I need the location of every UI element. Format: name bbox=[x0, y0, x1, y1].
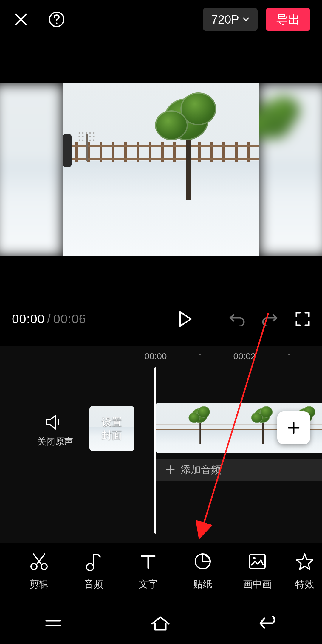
plus-icon bbox=[165, 465, 175, 475]
ruler-tick: 00:00 bbox=[144, 351, 167, 361]
text-icon bbox=[138, 551, 159, 572]
help-button[interactable] bbox=[48, 10, 66, 28]
tool-edit[interactable]: 剪辑 bbox=[15, 551, 64, 591]
timecode: 00:00/00:06 bbox=[12, 312, 86, 326]
tool-audio[interactable]: 音频 bbox=[69, 551, 118, 591]
ruler-dot bbox=[199, 354, 201, 355]
mute-audio-button[interactable]: 关闭原声 bbox=[33, 414, 78, 448]
redo-button[interactable] bbox=[262, 312, 278, 326]
add-audio-button[interactable]: 添加音频 bbox=[156, 459, 322, 481]
export-label: 导出 bbox=[276, 11, 300, 28]
playback-row: 00:00/00:06 bbox=[0, 301, 322, 337]
total-time: 00:06 bbox=[53, 312, 86, 326]
undo-button[interactable] bbox=[228, 312, 245, 326]
resolution-label: 720P bbox=[211, 13, 239, 26]
ruler-tick: 00:02 bbox=[233, 351, 256, 361]
resolution-button[interactable]: 720P bbox=[203, 8, 258, 31]
nav-home-button[interactable] bbox=[150, 615, 171, 631]
tool-pip[interactable]: 画中画 bbox=[233, 551, 282, 591]
export-button[interactable]: 导出 bbox=[266, 8, 310, 31]
speaker-icon bbox=[46, 414, 65, 431]
pip-icon bbox=[247, 551, 268, 572]
topbar: 720P 导出 bbox=[0, 0, 322, 39]
tool-sticker[interactable]: 贴纸 bbox=[179, 551, 227, 591]
plus-icon bbox=[286, 420, 301, 435]
chevron-down-icon bbox=[243, 17, 249, 21]
preview-blur-left bbox=[0, 83, 63, 256]
fullscreen-button[interactable] bbox=[295, 312, 310, 326]
timeline[interactable]: 00:00 00:02 关闭原声 设置封面 添加音频 bbox=[0, 346, 322, 543]
preview-blur-right bbox=[259, 83, 322, 256]
svg-point-7 bbox=[253, 557, 256, 559]
preview-area[interactable] bbox=[0, 83, 322, 256]
nav-recent-button[interactable] bbox=[43, 617, 63, 630]
nav-back-button[interactable] bbox=[258, 615, 279, 631]
svg-point-1 bbox=[56, 22, 57, 24]
scissors-icon bbox=[29, 551, 49, 572]
sticker-icon bbox=[192, 551, 213, 572]
add-clip-button[interactable] bbox=[277, 411, 310, 444]
preview-frame bbox=[63, 83, 259, 256]
system-nav-bar bbox=[0, 602, 322, 644]
tool-effects[interactable]: 特效 bbox=[288, 551, 322, 591]
play-button[interactable] bbox=[178, 311, 193, 327]
ruler: 00:00 00:02 bbox=[0, 351, 322, 366]
tool-text[interactable]: 文字 bbox=[124, 551, 173, 591]
video-editor-screen: 720P 导出 bbox=[0, 0, 322, 644]
svg-rect-6 bbox=[250, 555, 265, 568]
mute-label: 关闭原声 bbox=[33, 436, 78, 448]
add-audio-label: 添加音频 bbox=[181, 463, 221, 477]
svg-point-5 bbox=[86, 564, 94, 571]
close-button[interactable] bbox=[12, 10, 30, 28]
ruler-dot bbox=[288, 354, 290, 355]
current-time: 00:00 bbox=[12, 312, 45, 326]
tool-row: 剪辑 音频 文字 贴纸 画中画 特效 bbox=[0, 543, 322, 599]
music-note-icon bbox=[83, 551, 104, 572]
set-cover-button[interactable]: 设置封面 bbox=[89, 406, 134, 451]
star-icon bbox=[294, 551, 315, 572]
